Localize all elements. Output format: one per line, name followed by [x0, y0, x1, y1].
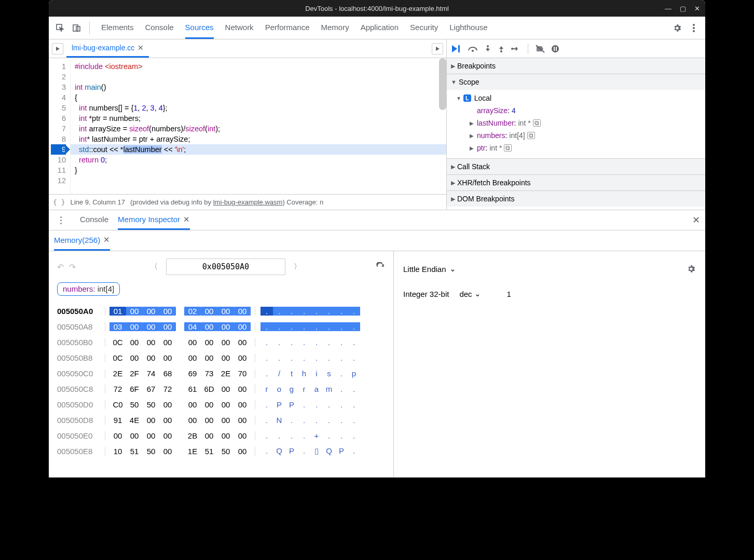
- hex-byte[interactable]: 00: [143, 307, 159, 316]
- ascii-byte[interactable]: .: [261, 400, 273, 409]
- ascii-byte[interactable]: .: [298, 338, 310, 347]
- close-drawer-icon[interactable]: ✕: [692, 214, 700, 226]
- ascii-byte[interactable]: P: [273, 400, 285, 409]
- ascii-byte[interactable]: .: [285, 322, 298, 331]
- ascii-byte[interactable]: .: [323, 416, 335, 425]
- ascii-byte[interactable]: .: [261, 446, 273, 456]
- hex-byte[interactable]: 00: [159, 447, 176, 456]
- hex-byte[interactable]: 00: [159, 431, 176, 440]
- hex-byte[interactable]: 00: [234, 338, 251, 347]
- ascii-byte[interactable]: .: [298, 353, 310, 362]
- ascii-byte[interactable]: .: [298, 416, 310, 425]
- scope-var-lastnumber[interactable]: ▶lastNumber: int *⧉: [465, 117, 705, 129]
- ascii-byte[interactable]: .: [310, 400, 323, 409]
- hex-row[interactable]: 005050E0000000002B000000....+...: [57, 428, 385, 443]
- ascii-byte[interactable]: .: [310, 322, 323, 331]
- ascii-byte[interactable]: .: [261, 338, 273, 347]
- ascii-byte[interactable]: .: [335, 307, 348, 316]
- reveal-memory-icon[interactable]: ⧉: [533, 119, 541, 127]
- tab-performance[interactable]: Performance: [265, 17, 310, 39]
- ascii-byte[interactable]: .: [261, 322, 273, 331]
- ascii-byte[interactable]: a: [310, 385, 323, 393]
- ascii-byte[interactable]: .: [285, 307, 298, 316]
- hex-byte[interactable]: 00: [126, 322, 143, 331]
- ascii-byte[interactable]: .: [335, 322, 348, 331]
- ascii-byte[interactable]: .: [348, 446, 360, 456]
- object-chip[interactable]: numbers: int[4]: [57, 282, 120, 296]
- inspect-element-icon[interactable]: [53, 21, 67, 35]
- hex-byte[interactable]: 00: [234, 431, 251, 440]
- ascii-byte[interactable]: .: [348, 431, 360, 440]
- ascii-byte[interactable]: r: [298, 385, 310, 393]
- ascii-byte[interactable]: .: [323, 322, 335, 331]
- hex-byte[interactable]: 00: [217, 307, 234, 316]
- ascii-byte[interactable]: .: [335, 400, 348, 409]
- ascii-byte[interactable]: .: [335, 353, 348, 362]
- ascii-byte[interactable]: t: [285, 369, 298, 378]
- hex-byte[interactable]: 50: [143, 447, 159, 456]
- ascii-byte[interactable]: .: [335, 416, 348, 425]
- ascii-byte[interactable]: .: [335, 385, 348, 393]
- ascii-byte[interactable]: +: [310, 431, 323, 440]
- breakpoints-section[interactable]: ▶Breakpoints: [447, 58, 705, 74]
- hex-byte[interactable]: 00: [234, 416, 251, 425]
- hex-row[interactable]: 005050D0C050500000000000.PP.....: [57, 397, 385, 412]
- ascii-byte[interactable]: .: [261, 353, 273, 362]
- tab-lighthouse[interactable]: Lighthouse: [449, 17, 487, 39]
- ascii-byte[interactable]: .: [285, 338, 298, 347]
- ascii-byte[interactable]: .: [335, 431, 348, 440]
- redo-icon[interactable]: ↷: [69, 262, 76, 272]
- hex-byte[interactable]: 0C: [109, 338, 126, 347]
- ascii-byte[interactable]: g: [285, 385, 298, 393]
- hex-byte[interactable]: 50: [217, 447, 234, 456]
- code-editor[interactable]: 123456789101112 #include <iostream> int …: [49, 58, 446, 194]
- close-file-tab-icon[interactable]: ✕: [138, 44, 144, 52]
- ascii-byte[interactable]: /: [273, 369, 285, 378]
- hex-byte[interactable]: 67: [143, 385, 159, 393]
- hex-byte[interactable]: 00: [234, 400, 251, 409]
- ascii-byte[interactable]: .: [348, 307, 360, 316]
- resume-icon[interactable]: [452, 45, 461, 52]
- hex-row[interactable]: 005050C8726F6772616D0000rogram..: [57, 381, 385, 397]
- hex-byte[interactable]: 00: [184, 400, 201, 409]
- hex-row[interactable]: 005050A80300000004000000........: [57, 319, 385, 334]
- braces-icon[interactable]: { }: [53, 198, 65, 206]
- hex-row[interactable]: 005050C02E2F746869732E70./this.p: [57, 365, 385, 381]
- hex-row[interactable]: 005050B80C00000000000000........: [57, 350, 385, 365]
- hex-byte[interactable]: 00: [201, 431, 217, 440]
- close-window-button[interactable]: ✕: [694, 5, 700, 12]
- ascii-byte[interactable]: i: [310, 369, 323, 378]
- hex-byte[interactable]: 00: [184, 353, 201, 362]
- tab-application[interactable]: Application: [361, 17, 399, 39]
- hex-byte[interactable]: 10: [109, 447, 126, 456]
- ascii-byte[interactable]: .: [348, 416, 360, 425]
- hex-byte[interactable]: 01: [109, 307, 126, 316]
- reveal-memory-icon[interactable]: ⧉: [527, 132, 535, 139]
- hex-byte[interactable]: 00: [217, 416, 234, 425]
- hex-byte[interactable]: 00: [201, 353, 217, 362]
- step-over-icon[interactable]: [468, 45, 478, 52]
- ascii-byte[interactable]: .: [285, 431, 298, 440]
- ascii-byte[interactable]: .: [348, 322, 360, 331]
- scope-local[interactable]: ▼LLocal: [452, 92, 705, 104]
- ascii-byte[interactable]: .: [261, 431, 273, 440]
- hex-byte[interactable]: 00: [126, 353, 143, 362]
- dom-breakpoints-section[interactable]: ▶DOM Breakpoints: [447, 191, 705, 207]
- hex-byte[interactable]: 00: [143, 322, 159, 331]
- step-icon[interactable]: [511, 46, 520, 52]
- hex-byte[interactable]: 2E: [217, 369, 234, 378]
- ascii-byte[interactable]: .: [273, 353, 285, 362]
- hex-row[interactable]: 005050D8914E000000000000.N......: [57, 412, 385, 428]
- ascii-byte[interactable]: P: [285, 446, 298, 456]
- hex-byte[interactable]: 00: [143, 416, 159, 425]
- ascii-byte[interactable]: .: [323, 431, 335, 440]
- run-icon[interactable]: [432, 43, 443, 54]
- ascii-byte[interactable]: P: [335, 446, 348, 456]
- settings-gear-icon[interactable]: [670, 21, 684, 35]
- undo-icon[interactable]: ↶: [57, 262, 64, 272]
- run-snippet-icon[interactable]: [52, 43, 63, 54]
- ascii-byte[interactable]: m: [323, 385, 335, 393]
- hex-byte[interactable]: 00: [217, 431, 234, 440]
- next-page-icon[interactable]: 〉: [291, 262, 304, 271]
- hex-byte[interactable]: 00: [126, 307, 143, 316]
